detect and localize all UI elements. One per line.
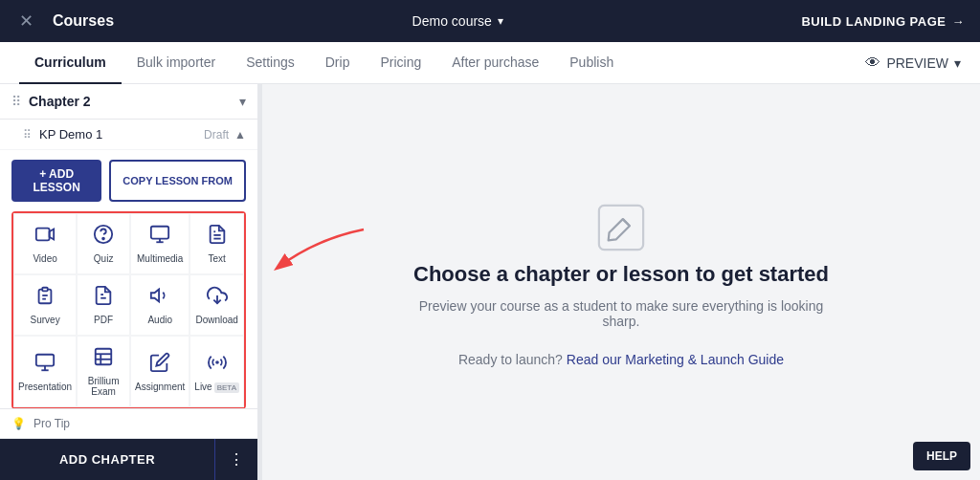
chapter-header[interactable]: ⠿ Chapter 2 ▾ [0,84,257,120]
eye-icon: 👁 [865,55,880,72]
drag-handle-icon: ⠿ [11,94,21,109]
svg-rect-22 [599,206,643,250]
quiz-icon [93,224,114,250]
empty-state-icon [401,197,841,262]
arrow-overlay [258,220,373,296]
survey-icon [34,285,56,311]
empty-state-link-text: Ready to launch? Read our Marketing & La… [401,352,841,367]
help-button[interactable]: HELP [913,442,970,470]
sidebar-content: ⠿ Chapter 2 ▾ ⠿ KP Demo 1 Draft ▲ + ADD … [0,84,257,408]
lesson-type-multimedia[interactable]: Multimedia [130,213,189,274]
preview-button[interactable]: 👁 PREVIEW ▾ [865,55,961,72]
chapter-title: Chapter 2 [29,94,239,109]
lesson-type-survey[interactable]: Survey [13,274,77,336]
video-label: Video [33,253,56,264]
lesson-type-download[interactable]: Download [189,274,244,336]
copy-lesson-button[interactable]: COPY LESSON FROM [109,160,246,202]
lesson-type-video[interactable]: Video [13,213,77,274]
lesson-type-quiz[interactable]: Quiz [77,213,130,274]
svg-point-21 [216,361,218,363]
empty-state-title: Choose a chapter or lesson to get starte… [401,262,841,287]
tab-settings[interactable]: Settings [231,42,310,84]
pro-tip-text: Pro Tip [33,417,70,430]
live-label: LiveBETA [194,382,239,392]
assignment-label: Assignment [135,382,185,392]
app-title: Courses [53,12,114,30]
brillium-exam-label: Brillium Exam [81,376,125,397]
audio-label: Audio [147,315,172,325]
add-lesson-area: + ADD LESSON COPY LESSON FROM Video [0,150,257,408]
lesson-type-grid: Video Quiz Multimedia [11,211,246,408]
presentation-label: Presentation [18,382,72,392]
add-chapter-button[interactable]: ADD CHAPTER [0,439,214,480]
tab-publish[interactable]: Publish [554,42,629,84]
text-icon [207,224,228,250]
lesson-type-text[interactable]: Text [189,213,244,274]
marketing-guide-link[interactable]: Read our Marketing & Launch Guide [567,352,784,367]
lesson-type-live[interactable]: LiveBETA [189,336,244,407]
lesson-status-badge: Draft [204,128,229,142]
multimedia-icon [149,224,170,250]
build-landing-page-button[interactable]: BUILD LANDING PAGE → [801,14,965,29]
video-icon [34,224,56,250]
live-icon [207,352,228,378]
lesson-item[interactable]: ⠿ KP Demo 1 Draft ▲ [0,120,257,150]
download-icon [207,285,228,311]
pro-tip: 💡 Pro Tip [0,408,257,438]
survey-label: Survey [31,315,60,325]
more-options-button[interactable]: ⋮ [214,439,257,480]
nav-tabs: Curriculum Bulk importer Settings Drip P… [0,42,980,84]
svg-rect-17 [96,349,112,365]
svg-marker-1 [50,229,55,240]
lesson-type-pdf[interactable]: PDF [77,274,130,336]
lesson-type-audio[interactable]: Audio [130,274,189,336]
text-label: Text [208,253,225,264]
beta-badge: BETA [214,382,239,393]
main-layout: ⠿ Chapter 2 ▾ ⠿ KP Demo 1 Draft ▲ + ADD … [0,84,980,480]
svg-rect-14 [36,354,54,365]
course-name: Demo course [412,13,492,29]
download-label: Download [195,315,237,325]
course-chevron-icon: ▾ [498,14,503,28]
sidebar-bottom: ADD CHAPTER ⋮ [0,438,257,480]
svg-rect-4 [151,227,168,239]
course-selector[interactable]: Demo course ▾ [412,13,503,29]
tab-pricing[interactable]: Pricing [365,42,436,84]
top-bar: ✕ Courses Demo course ▾ BUILD LANDING PA… [0,0,980,42]
tab-drip[interactable]: Drip [310,42,366,84]
svg-rect-9 [42,288,48,292]
audio-icon [149,285,170,311]
sidebar: ⠿ Chapter 2 ▾ ⠿ KP Demo 1 Draft ▲ + ADD … [0,84,258,480]
empty-state-subtitle: Preview your course as a student to make… [401,298,841,329]
svg-rect-0 [36,229,50,241]
chapter-chevron-icon: ▾ [239,94,246,109]
brillium-exam-icon [93,346,114,372]
lesson-type-brillium-exam[interactable]: Brillium Exam [77,336,130,407]
main-content: Choose a chapter or lesson to get starte… [262,84,980,480]
pro-tip-icon: 💡 [11,417,26,430]
add-lesson-button[interactable]: + ADD LESSON [11,160,101,202]
lesson-type-presentation[interactable]: Presentation [13,336,77,407]
lesson-type-assignment[interactable]: Assignment [130,336,189,407]
pdf-label: PDF [94,315,113,325]
tab-after-purchase[interactable]: After purchase [436,42,554,84]
multimedia-label: Multimedia [137,253,183,264]
close-icon[interactable]: ✕ [15,7,37,35]
svg-point-3 [102,238,104,240]
quiz-label: Quiz [94,253,114,264]
empty-state: Choose a chapter or lesson to get starte… [382,178,860,386]
svg-marker-12 [151,290,159,302]
add-lesson-buttons: + ADD LESSON COPY LESSON FROM [11,160,246,202]
top-bar-center: Demo course ▾ [129,13,786,29]
lesson-chevron-icon: ▲ [234,128,246,142]
pdf-icon [93,285,114,311]
lesson-title: KP Demo 1 [39,127,204,142]
tab-bulk-importer[interactable]: Bulk importer [122,42,231,84]
assignment-icon [149,352,170,378]
lesson-drag-handle-icon: ⠿ [23,128,32,142]
presentation-icon [34,352,56,378]
tab-curriculum[interactable]: Curriculum [19,42,122,84]
